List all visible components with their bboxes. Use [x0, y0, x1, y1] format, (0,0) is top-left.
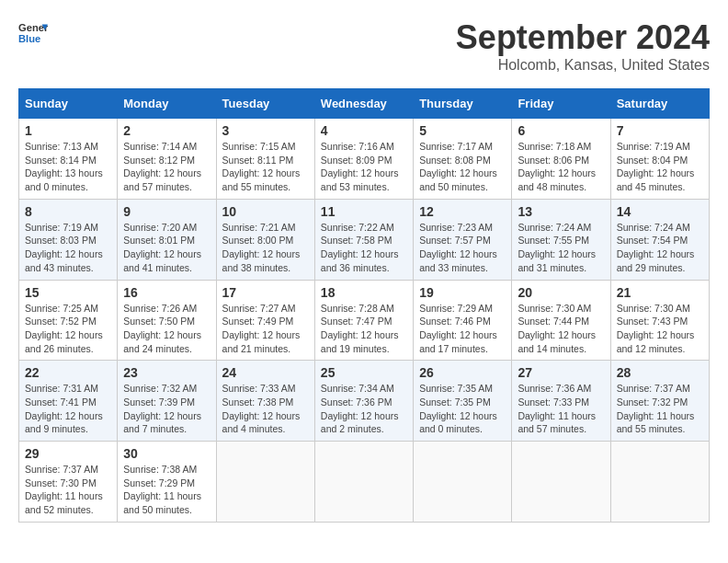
day-number: 26 — [419, 365, 506, 380]
day-number: 23 — [123, 365, 210, 380]
day-number: 4 — [321, 123, 407, 138]
calendar-table: Sunday Monday Tuesday Wednesday Thursday… — [18, 88, 710, 523]
day-info: Sunrise: 7:34 AMSunset: 7:36 PMDaylight:… — [321, 382, 407, 436]
empty-cell — [414, 442, 512, 523]
day-cell: 5 Sunrise: 7:17 AMSunset: 8:08 PMDayligh… — [414, 119, 512, 200]
calendar-week-row: 15 Sunrise: 7:25 AMSunset: 7:52 PMDaylig… — [19, 280, 710, 361]
title-area: September 2024 Holcomb, Kansas, United S… — [456, 18, 710, 74]
day-info: Sunrise: 7:27 AMSunset: 7:49 PMDaylight:… — [222, 302, 309, 356]
day-number: 12 — [419, 204, 506, 219]
header-wednesday: Wednesday — [314, 89, 413, 119]
day-info: Sunrise: 7:15 AMSunset: 8:11 PMDaylight:… — [222, 140, 309, 194]
day-cell: 30 Sunrise: 7:38 AMSunset: 7:29 PMDaylig… — [118, 442, 216, 523]
day-cell: 26 Sunrise: 7:35 AMSunset: 7:35 PMDaylig… — [414, 361, 512, 442]
calendar-week-row: 8 Sunrise: 7:19 AMSunset: 8:03 PMDayligh… — [19, 199, 710, 280]
day-cell: 29 Sunrise: 7:37 AMSunset: 7:30 PMDaylig… — [19, 442, 118, 523]
day-number: 10 — [222, 204, 309, 219]
day-cell: 4 Sunrise: 7:16 AMSunset: 8:09 PMDayligh… — [314, 119, 413, 200]
day-number: 29 — [25, 446, 111, 461]
day-info: Sunrise: 7:16 AMSunset: 8:09 PMDaylight:… — [321, 140, 407, 194]
day-info: Sunrise: 7:33 AMSunset: 7:38 PMDaylight:… — [222, 382, 309, 436]
day-cell: 16 Sunrise: 7:26 AMSunset: 7:50 PMDaylig… — [118, 280, 216, 361]
empty-cell — [314, 442, 413, 523]
day-info: Sunrise: 7:23 AMSunset: 7:57 PMDaylight:… — [419, 221, 506, 275]
day-cell: 13 Sunrise: 7:24 AMSunset: 7:55 PMDaylig… — [512, 199, 610, 280]
day-cell: 6 Sunrise: 7:18 AMSunset: 8:06 PMDayligh… — [512, 119, 610, 200]
day-number: 14 — [617, 204, 703, 219]
day-info: Sunrise: 7:17 AMSunset: 8:08 PMDaylight:… — [419, 140, 506, 194]
day-info: Sunrise: 7:22 AMSunset: 7:58 PMDaylight:… — [321, 221, 407, 275]
empty-cell — [610, 442, 709, 523]
day-info: Sunrise: 7:29 AMSunset: 7:46 PMDaylight:… — [419, 302, 506, 356]
day-cell: 7 Sunrise: 7:19 AMSunset: 8:04 PMDayligh… — [610, 119, 709, 200]
day-number: 30 — [123, 446, 210, 461]
day-number: 25 — [321, 365, 407, 380]
day-info: Sunrise: 7:35 AMSunset: 7:35 PMDaylight:… — [419, 382, 506, 436]
day-number: 6 — [518, 123, 604, 138]
day-info: Sunrise: 7:18 AMSunset: 8:06 PMDaylight:… — [518, 140, 604, 194]
day-cell: 2 Sunrise: 7:14 AMSunset: 8:12 PMDayligh… — [118, 119, 216, 200]
day-cell: 19 Sunrise: 7:29 AMSunset: 7:46 PMDaylig… — [414, 280, 512, 361]
day-number: 2 — [123, 123, 210, 138]
day-cell: 22 Sunrise: 7:31 AMSunset: 7:41 PMDaylig… — [19, 361, 118, 442]
day-info: Sunrise: 7:37 AMSunset: 7:30 PMDaylight:… — [25, 463, 111, 517]
day-number: 7 — [617, 123, 703, 138]
day-number: 27 — [518, 365, 604, 380]
day-cell: 15 Sunrise: 7:25 AMSunset: 7:52 PMDaylig… — [19, 280, 118, 361]
day-cell: 23 Sunrise: 7:32 AMSunset: 7:39 PMDaylig… — [118, 361, 216, 442]
calendar-week-row: 1 Sunrise: 7:13 AMSunset: 8:14 PMDayligh… — [19, 119, 710, 200]
calendar-week-row: 22 Sunrise: 7:31 AMSunset: 7:41 PMDaylig… — [19, 361, 710, 442]
day-cell: 25 Sunrise: 7:34 AMSunset: 7:36 PMDaylig… — [314, 361, 413, 442]
day-info: Sunrise: 7:37 AMSunset: 7:32 PMDaylight:… — [617, 382, 703, 436]
day-number: 20 — [518, 285, 604, 300]
day-cell: 18 Sunrise: 7:28 AMSunset: 7:47 PMDaylig… — [314, 280, 413, 361]
day-number: 18 — [321, 285, 407, 300]
day-info: Sunrise: 7:19 AMSunset: 8:03 PMDaylight:… — [25, 221, 111, 275]
day-cell: 12 Sunrise: 7:23 AMSunset: 7:57 PMDaylig… — [414, 199, 512, 280]
logo-icon: General Blue — [18, 18, 48, 48]
day-cell: 8 Sunrise: 7:19 AMSunset: 8:03 PMDayligh… — [19, 199, 118, 280]
day-info: Sunrise: 7:30 AMSunset: 7:44 PMDaylight:… — [518, 302, 604, 356]
day-number: 9 — [123, 204, 210, 219]
day-info: Sunrise: 7:21 AMSunset: 8:00 PMDaylight:… — [222, 221, 309, 275]
header-saturday: Saturday — [610, 89, 709, 119]
day-number: 24 — [222, 365, 309, 380]
month-title: September 2024 — [456, 18, 710, 57]
header-friday: Friday — [512, 89, 610, 119]
day-cell: 1 Sunrise: 7:13 AMSunset: 8:14 PMDayligh… — [19, 119, 118, 200]
day-info: Sunrise: 7:28 AMSunset: 7:47 PMDaylight:… — [321, 302, 407, 356]
day-number: 8 — [25, 204, 111, 219]
day-number: 19 — [419, 285, 506, 300]
day-cell: 3 Sunrise: 7:15 AMSunset: 8:11 PMDayligh… — [216, 119, 314, 200]
header: General Blue September 2024 Holcomb, Kan… — [18, 18, 710, 74]
day-cell: 10 Sunrise: 7:21 AMSunset: 8:00 PMDaylig… — [216, 199, 314, 280]
calendar-header: Sunday Monday Tuesday Wednesday Thursday… — [19, 89, 710, 119]
day-cell: 28 Sunrise: 7:37 AMSunset: 7:32 PMDaylig… — [610, 361, 709, 442]
day-cell: 17 Sunrise: 7:27 AMSunset: 7:49 PMDaylig… — [216, 280, 314, 361]
day-info: Sunrise: 7:13 AMSunset: 8:14 PMDaylight:… — [25, 140, 111, 194]
day-number: 1 — [25, 123, 111, 138]
day-number: 3 — [222, 123, 309, 138]
day-number: 11 — [321, 204, 407, 219]
day-number: 17 — [222, 285, 309, 300]
day-info: Sunrise: 7:30 AMSunset: 7:43 PMDaylight:… — [617, 302, 703, 356]
day-info: Sunrise: 7:24 AMSunset: 7:55 PMDaylight:… — [518, 221, 604, 275]
empty-cell — [216, 442, 314, 523]
day-cell: 14 Sunrise: 7:24 AMSunset: 7:54 PMDaylig… — [610, 199, 709, 280]
day-info: Sunrise: 7:26 AMSunset: 7:50 PMDaylight:… — [123, 302, 210, 356]
day-cell: 24 Sunrise: 7:33 AMSunset: 7:38 PMDaylig… — [216, 361, 314, 442]
day-info: Sunrise: 7:14 AMSunset: 8:12 PMDaylight:… — [123, 140, 210, 194]
day-info: Sunrise: 7:20 AMSunset: 8:01 PMDaylight:… — [123, 221, 210, 275]
day-number: 28 — [617, 365, 703, 380]
day-info: Sunrise: 7:38 AMSunset: 7:29 PMDaylight:… — [123, 463, 210, 517]
day-info: Sunrise: 7:19 AMSunset: 8:04 PMDaylight:… — [617, 140, 703, 194]
day-info: Sunrise: 7:25 AMSunset: 7:52 PMDaylight:… — [25, 302, 111, 356]
svg-text:Blue: Blue — [18, 33, 40, 44]
weekday-header-row: Sunday Monday Tuesday Wednesday Thursday… — [19, 89, 710, 119]
day-info: Sunrise: 7:24 AMSunset: 7:54 PMDaylight:… — [617, 221, 703, 275]
header-monday: Monday — [118, 89, 216, 119]
calendar-body: 1 Sunrise: 7:13 AMSunset: 8:14 PMDayligh… — [19, 119, 710, 523]
calendar-week-row: 29 Sunrise: 7:37 AMSunset: 7:30 PMDaylig… — [19, 442, 710, 523]
header-tuesday: Tuesday — [216, 89, 314, 119]
header-thursday: Thursday — [414, 89, 512, 119]
